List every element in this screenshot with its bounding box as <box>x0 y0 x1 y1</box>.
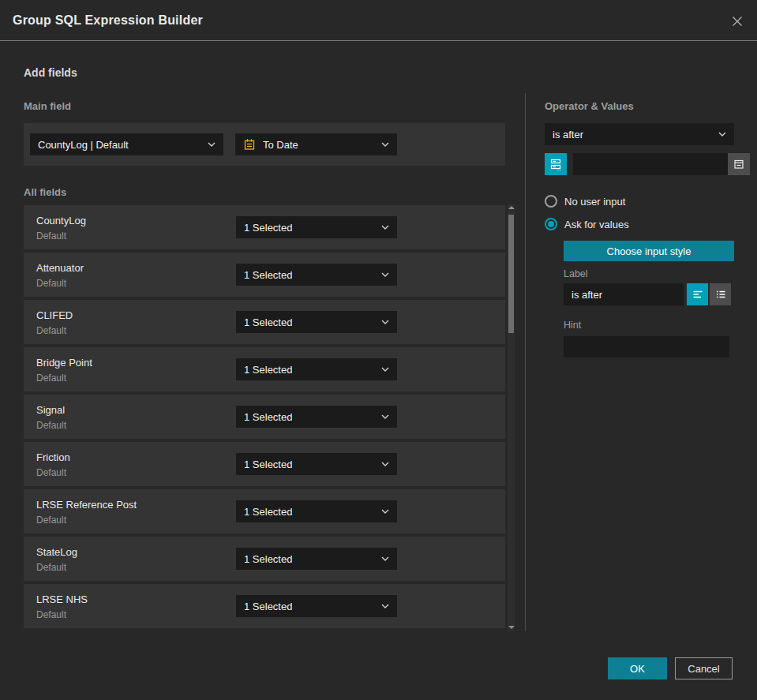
field-selection-select[interactable]: 1 Selected <box>236 216 397 238</box>
field-list-scrollbar[interactable] <box>508 204 515 631</box>
calendar-icon <box>733 158 745 170</box>
close-button[interactable] <box>729 13 746 30</box>
field-row-countylog: CountyLog Default 1 Selected <box>24 205 505 249</box>
chevron-down-icon <box>381 272 389 277</box>
radio-no-user-input[interactable]: No user input <box>545 195 734 208</box>
list-input-style-icon <box>714 288 727 301</box>
input-mode-radio-group: No user input Ask for values <box>545 195 734 230</box>
field-type-select-value: To Date <box>263 139 298 151</box>
field-row-lrse-nhs: LRSE NHS Default 1 Selected <box>24 584 505 628</box>
fields-column: Main field CountyLog | Default To Date <box>24 100 505 631</box>
field-selection-select[interactable]: 1 Selected <box>236 548 397 570</box>
chevron-down-icon <box>718 132 726 137</box>
field-row-friction: Friction Default 1 Selected <box>24 442 505 486</box>
date-picker-button[interactable] <box>728 153 750 175</box>
field-list: CountyLog Default 1 Selected Attenuator … <box>24 205 505 628</box>
field-row-signal: Signal Default 1 Selected <box>24 395 505 439</box>
date-value-input[interactable] <box>573 153 728 175</box>
calendar-icon <box>243 138 256 151</box>
field-row-bridge-point: Bridge Point Default 1 Selected <box>24 347 505 391</box>
selection-value: 1 Selected <box>244 553 292 565</box>
radio-selected-icon <box>545 218 557 230</box>
label-input[interactable] <box>564 283 684 305</box>
dialog-title: Group SQL Expression Builder <box>13 13 203 28</box>
chevron-down-icon <box>381 556 389 561</box>
chevron-down-icon <box>381 320 389 324</box>
radio-unselected-icon <box>545 195 557 208</box>
field-selection-select[interactable]: 1 Selected <box>236 311 397 333</box>
field-row-lrse-reference-post: LRSE Reference Post Default 1 Selected <box>24 489 505 533</box>
all-fields-label: All fields <box>24 186 505 198</box>
chevron-down-icon <box>208 142 215 147</box>
hint-caption: Hint <box>564 320 734 331</box>
group-sql-expression-builder-dialog: Group SQL Expression Builder Add fields … <box>0 0 757 700</box>
label-row <box>564 283 734 305</box>
field-selection-select[interactable]: 1 Selected <box>236 453 397 475</box>
field-selection-select[interactable]: 1 Selected <box>236 595 397 617</box>
text-input-style-icon <box>691 288 704 301</box>
field-row-clifed: CLIFED Default 1 Selected <box>24 300 505 344</box>
text-style-toggle-button[interactable] <box>687 283 708 305</box>
cancel-button[interactable]: Cancel <box>675 657 733 679</box>
ok-button[interactable]: OK <box>608 657 667 679</box>
value-entry-row <box>545 153 734 175</box>
chevron-down-icon <box>381 225 389 230</box>
date-value-group <box>573 153 750 175</box>
chevron-down-icon <box>381 414 389 419</box>
selection-value: 1 Selected <box>244 269 292 281</box>
selection-value: 1 Selected <box>244 459 292 470</box>
dialog-footer: OK Cancel <box>608 657 733 679</box>
list-style-toggle-button[interactable] <box>710 283 731 305</box>
field-row-attenuator: Attenuator Default 1 Selected <box>24 253 505 297</box>
scrollbar-up-arrow[interactable] <box>508 204 515 211</box>
main-field-select-value: CountyLog | Default <box>38 139 129 151</box>
field-type-select[interactable]: To Date <box>235 133 397 155</box>
radio-label: Ask for values <box>564 219 629 230</box>
scrollbar-down-arrow[interactable] <box>508 623 515 631</box>
selection-value: 1 Selected <box>244 222 292 234</box>
field-selection-select[interactable]: 1 Selected <box>236 500 397 522</box>
chevron-down-icon <box>381 462 389 466</box>
field-selection-select[interactable]: 1 Selected <box>236 406 397 428</box>
operator-values-panel: Operator & Values is after <box>545 100 734 357</box>
chevron-down-icon <box>381 604 389 608</box>
chevron-down-icon <box>381 509 389 514</box>
value-type-button[interactable] <box>545 153 567 175</box>
selection-value: 1 Selected <box>244 316 292 328</box>
selection-value: 1 Selected <box>244 411 292 423</box>
titlebar: Group SQL Expression Builder <box>0 0 757 41</box>
main-field-panel: CountyLog | Default To Date <box>24 123 505 166</box>
field-selection-select[interactable]: 1 Selected <box>236 264 397 286</box>
hint-input[interactable] <box>564 336 729 357</box>
chevron-down-icon <box>381 367 389 372</box>
operator-select-value: is after <box>553 129 583 140</box>
selection-value: 1 Selected <box>244 364 292 376</box>
date-input-style-icon <box>549 157 563 171</box>
selection-value: 1 Selected <box>244 601 292 612</box>
choose-input-style-button[interactable]: Choose input style <box>564 241 734 261</box>
operator-select[interactable]: is after <box>545 123 734 145</box>
add-fields-heading: Add fields <box>24 66 77 79</box>
radio-ask-for-values[interactable]: Ask for values <box>545 218 734 230</box>
field-row-statelog: StateLog Default 1 Selected <box>24 537 505 581</box>
chevron-down-icon <box>381 142 389 147</box>
field-selection-select[interactable]: 1 Selected <box>236 358 397 380</box>
scrollbar-thumb[interactable] <box>508 215 514 333</box>
label-caption: Label <box>564 268 734 279</box>
panel-divider <box>525 93 526 631</box>
close-icon <box>731 15 744 28</box>
main-field-select[interactable]: CountyLog | Default <box>30 133 223 155</box>
ask-for-values-options: Choose input style Label <box>564 241 734 357</box>
selection-value: 1 Selected <box>244 506 292 518</box>
main-field-label: Main field <box>24 100 505 112</box>
radio-label: No user input <box>564 196 625 208</box>
operator-values-heading: Operator & Values <box>545 100 734 112</box>
